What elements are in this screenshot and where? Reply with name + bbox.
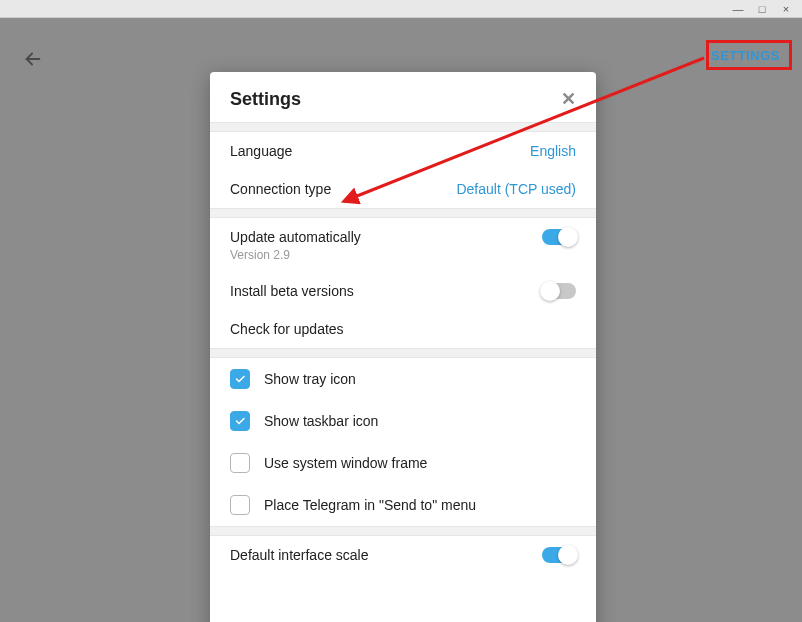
scale-section: Default interface scale [210,536,596,574]
beta-toggle[interactable] [542,283,576,299]
language-row[interactable]: Language English [210,132,596,170]
taskbar-icon-label: Show taskbar icon [264,413,378,429]
update-auto-toggle[interactable] [542,229,576,245]
sendto-label: Place Telegram in "Send to" menu [264,497,476,513]
tray-icon-row[interactable]: Show tray icon [210,358,596,400]
tray-icon-label: Show tray icon [264,371,356,387]
taskbar-icon-row[interactable]: Show taskbar icon [210,400,596,442]
section-separator [210,348,596,358]
check-updates-row[interactable]: Check for updates [210,310,596,348]
connection-type-value: Default (TCP used) [456,181,576,197]
interface-scale-row[interactable]: Default interface scale [210,536,596,574]
sendto-checkbox[interactable] [230,495,250,515]
check-updates-label: Check for updates [230,321,344,337]
modal-header: Settings ✕ [210,72,596,122]
section-separator [210,208,596,218]
close-icon[interactable]: ✕ [561,88,576,110]
window-frame-label: Use system window frame [264,455,427,471]
beta-row[interactable]: Install beta versions [210,272,596,310]
taskbar-icon-checkbox[interactable] [230,411,250,431]
update-auto-label: Update automatically [230,229,361,245]
window-minimize-button[interactable]: — [730,3,746,15]
update-version-text: Version 2.9 [210,248,596,272]
window-frame-row[interactable]: Use system window frame [210,442,596,484]
beta-label: Install beta versions [230,283,354,299]
general-section: Language English Connection type Default… [210,132,596,208]
window-titlebar: — □ × [0,0,802,18]
section-separator [210,122,596,132]
connection-type-row[interactable]: Connection type Default (TCP used) [210,170,596,208]
sendto-row[interactable]: Place Telegram in "Send to" menu [210,484,596,526]
section-separator [210,526,596,536]
back-arrow-icon[interactable] [22,48,44,75]
settings-header-link[interactable]: SETTINGS [711,48,780,63]
interface-scale-toggle[interactable] [542,547,576,563]
window-close-button[interactable]: × [778,3,794,15]
window-frame-checkbox[interactable] [230,453,250,473]
settings-modal: Settings ✕ Language English Connection t… [210,72,596,622]
window-maximize-button[interactable]: □ [754,3,770,15]
updates-section: Update automatically Version 2.9 Install… [210,218,596,348]
modal-title: Settings [230,89,301,110]
interface-scale-label: Default interface scale [230,547,369,563]
connection-type-label: Connection type [230,181,331,197]
language-value: English [530,143,576,159]
system-section: Show tray icon Show taskbar icon Use sys… [210,358,596,526]
tray-icon-checkbox[interactable] [230,369,250,389]
language-label: Language [230,143,292,159]
